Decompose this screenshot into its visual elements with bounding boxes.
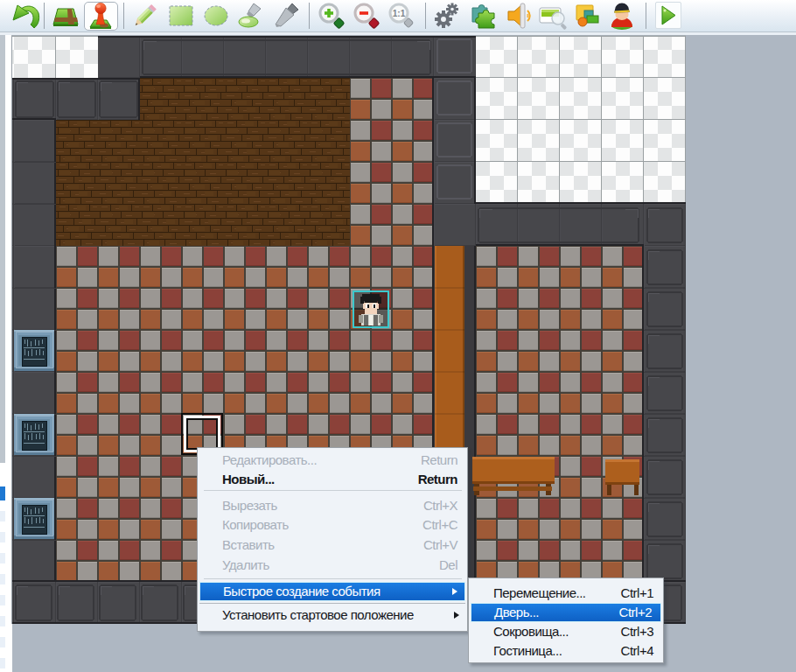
- svg-text:1:1: 1:1: [393, 9, 406, 18]
